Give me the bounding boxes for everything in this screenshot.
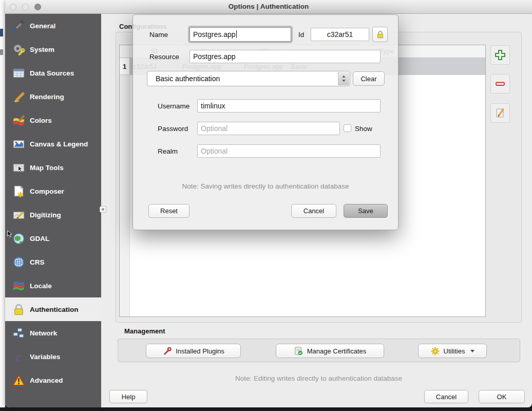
edit-authentication-dialog: Name Postgres.app Id c32ar51 Resource Ba…	[132, 14, 398, 230]
globe-icon	[12, 232, 25, 245]
map-canvas-icon	[12, 137, 25, 151]
ok-button[interactable]: OK	[479, 390, 525, 403]
name-value: Postgres.app	[193, 30, 236, 39]
management-label: Management	[124, 327, 165, 335]
sidebar-item-crs[interactable]: CRS	[5, 250, 101, 274]
sidebar-item-colors[interactable]: Colors	[5, 108, 101, 132]
name-label: Name	[149, 31, 168, 39]
remove-configuration-button[interactable]	[490, 74, 510, 94]
reset-label: Reset	[160, 207, 178, 215]
row-number-column	[120, 75, 130, 316]
utilities-button[interactable]: Utilities	[418, 344, 487, 358]
window-title: Options | Authentication	[5, 3, 532, 10]
reset-button[interactable]: Reset	[148, 204, 189, 218]
edit-configuration-button[interactable]	[490, 103, 510, 123]
realm-input[interactable]	[197, 144, 381, 158]
map-pencil-icon	[12, 208, 25, 221]
sidebar-item-variables[interactable]: ε Variables	[5, 345, 101, 368]
plus-icon	[494, 49, 506, 61]
sidebar-item-label: Map Tools	[30, 164, 64, 172]
sidebar-item-label: Composer	[30, 188, 64, 195]
sidebar-item-label: Network	[30, 329, 57, 337]
username-label: Username	[158, 102, 189, 110]
cancel-button[interactable]: Cancel	[424, 390, 468, 403]
id-field: c32ar51	[311, 28, 369, 41]
show-label: Show	[355, 125, 372, 133]
management-panel: Installed Plugins Manage Certificates Ut…	[118, 339, 520, 362]
name-input[interactable]: Postgres.app	[189, 27, 291, 42]
epsilon-icon: ε	[12, 350, 25, 363]
sidebar-item-label: Variables	[30, 353, 60, 361]
row-number-cell: 1	[120, 58, 130, 75]
caret-down-icon	[470, 350, 474, 352]
resource-input[interactable]	[189, 50, 381, 63]
sidebar-item-label: System	[30, 46, 54, 53]
sidebar-item-data-sources[interactable]: Data Sources	[5, 61, 101, 85]
svg-text:ε: ε	[15, 350, 21, 363]
sidebar-item-locale[interactable]: Locale	[5, 274, 101, 297]
sidebar-item-map-tools[interactable]: Map Tools	[5, 156, 101, 179]
realm-label: Realm	[158, 147, 178, 155]
password-label: Password	[158, 125, 188, 133]
title-bar: Options | Authentication	[5, 0, 532, 14]
sidebar-item-digitizing[interactable]: Digitizing	[5, 203, 101, 227]
username-input[interactable]	[197, 99, 381, 113]
lock-icon	[12, 303, 25, 316]
id-label: Id	[298, 31, 304, 39]
sidebar-item-authentication[interactable]: Authentication	[5, 297, 101, 321]
background-icon-fragment	[0, 29, 3, 36]
up-down-stepper-icon	[338, 72, 349, 85]
page-asterisk-icon	[12, 184, 25, 198]
help-button[interactable]: Help	[109, 390, 147, 403]
gear-wrench-icon	[12, 43, 25, 56]
add-configuration-button[interactable]	[490, 45, 510, 65]
color-swatches-icon	[12, 114, 25, 127]
modal-cancel-button[interactable]: Cancel	[291, 204, 336, 218]
lock-icon	[376, 30, 385, 39]
sidebar-item-general[interactable]: General	[5, 14, 101, 38]
help-label: Help	[122, 393, 136, 401]
flags-icon	[12, 279, 25, 292]
auth-method-value: Basic authentication	[156, 74, 220, 83]
minus-icon	[494, 78, 506, 90]
tools-icon	[12, 19, 25, 32]
sidebar-item-label: Colors	[30, 117, 52, 124]
sidebar-item-advanced[interactable]: Advanced	[5, 368, 101, 392]
certificate-check-icon	[294, 346, 303, 356]
screen: Options | Authentication General System …	[0, 0, 532, 411]
sidebar-item-label: Digitizing	[30, 211, 61, 219]
save-label: Save	[358, 207, 373, 215]
map-cursor-icon	[12, 161, 25, 174]
sidebar-item-label: Data Sources	[30, 69, 74, 77]
gear-icon	[430, 346, 440, 356]
sidebar-item-label: Rendering	[30, 93, 64, 101]
sidebar: General System Data Sources Rendering Co…	[5, 14, 101, 407]
paintbrush-icon	[12, 90, 25, 103]
sidebar-item-composer[interactable]: Composer	[5, 179, 101, 203]
auth-method-select[interactable]: Basic authentication	[147, 71, 350, 86]
sidebar-item-label: GDAL	[30, 235, 49, 242]
background-window-strip	[0, 0, 5, 407]
sidebar-item-network[interactable]: Network	[5, 321, 101, 345]
modal-cancel-label: Cancel	[303, 207, 324, 215]
sidebar-item-gdal[interactable]: GDAL	[5, 227, 101, 250]
sidebar-item-system[interactable]: System	[5, 38, 101, 61]
background-icon-fragment	[0, 49, 3, 55]
text-caret	[236, 30, 237, 38]
ok-label: OK	[497, 393, 507, 401]
table-corner-cell	[120, 45, 130, 58]
lock-id-button[interactable]	[372, 27, 388, 42]
sidebar-item-label: Authentication	[30, 306, 79, 313]
show-password-checkbox[interactable]	[344, 124, 351, 132]
sidebar-splitter-handle[interactable]	[100, 206, 106, 213]
manage-certificates-label: Manage Certificates	[307, 347, 367, 355]
clear-label: Clear	[360, 75, 376, 83]
clear-button[interactable]: Clear	[353, 71, 385, 86]
password-input[interactable]	[197, 122, 340, 135]
installed-plugins-button[interactable]: Installed Plugins	[146, 344, 241, 358]
sidebar-item-canvas-legend[interactable]: Canvas & Legend	[5, 132, 101, 156]
manage-certificates-button[interactable]: Manage Certificates	[276, 344, 384, 358]
sidebar-item-label: General	[30, 22, 55, 30]
save-button[interactable]: Save	[344, 204, 388, 218]
sidebar-item-rendering[interactable]: Rendering	[5, 85, 101, 108]
